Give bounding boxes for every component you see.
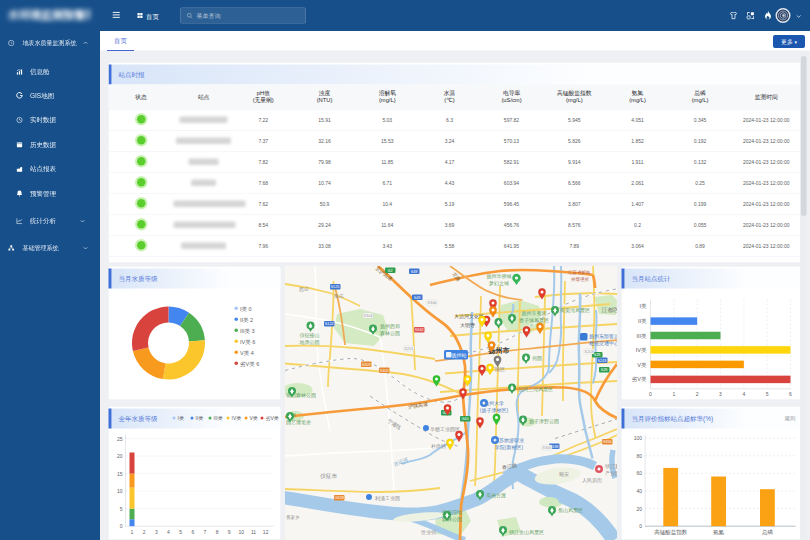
svg-text:5: 5	[766, 391, 769, 397]
svg-text:10: 10	[117, 488, 123, 494]
svg-text:7: 7	[204, 529, 207, 535]
svg-text:何园: 何园	[532, 355, 542, 362]
svg-text:运河三湾风景区: 运河三湾风景区	[518, 386, 553, 393]
svg-text:州管理所: 州管理所	[571, 276, 590, 282]
svg-text:S28: S28	[601, 368, 608, 372]
svg-text:100: 100	[634, 435, 643, 441]
svg-text:扬子津野公园: 扬子津野公园	[529, 418, 559, 425]
svg-text:11: 11	[251, 529, 256, 535]
svg-text:世业镇: 世业镇	[420, 529, 436, 535]
svg-text:III类: III类	[636, 333, 647, 339]
svg-text:扬州站: 扬州站	[452, 352, 467, 359]
svg-text:S342: S342	[415, 328, 424, 332]
svg-text:1: 1	[131, 529, 134, 535]
svg-text:0: 0	[649, 391, 652, 397]
svg-text:S303: S303	[362, 363, 371, 367]
svg-text:G40: G40	[461, 417, 468, 421]
svg-text:朴席镇: 朴席镇	[430, 443, 446, 449]
svg-text:5: 5	[120, 506, 123, 512]
svg-text:8: 8	[216, 529, 219, 535]
svg-text:胥家乡: 胥家乡	[286, 514, 300, 520]
svg-text:枢纽交通中心: 枢纽交通中心	[589, 340, 617, 346]
svg-text:高锰酸盐指数: 高锰酸盐指数	[654, 529, 688, 536]
svg-text:仪征捺山: 仪征捺山	[300, 332, 320, 339]
svg-text:产业园区: 产业园区	[605, 470, 617, 477]
svg-text:扬州东部客运: 扬州东部客运	[589, 333, 617, 340]
svg-text:10: 10	[239, 529, 245, 535]
svg-text:茱萸湾风景区: 茱萸湾风景区	[560, 307, 590, 314]
svg-text:X201: X201	[405, 347, 414, 351]
svg-text:20: 20	[636, 506, 642, 512]
svg-text:S49: S49	[414, 296, 421, 300]
svg-text:X305: X305	[543, 446, 552, 450]
svg-text:9: 9	[228, 529, 231, 535]
svg-text:6: 6	[191, 529, 194, 535]
svg-text:江苏省邮电: 江苏省邮电	[568, 270, 591, 275]
svg-text:江苏旅游职业: 江苏旅游职业	[494, 437, 524, 444]
svg-text:梦幻之城: 梦幻之城	[489, 280, 509, 287]
svg-text:0: 0	[120, 523, 123, 529]
svg-text:S303: S303	[380, 369, 389, 373]
svg-text:大明寺: 大明寺	[460, 322, 475, 328]
svg-text:G356: G356	[602, 440, 611, 444]
svg-text:II类: II类	[638, 318, 647, 324]
svg-text:80: 80	[636, 453, 642, 459]
svg-text:华糖工业园区: 华糖工业园区	[430, 426, 460, 433]
svg-text:60: 60	[636, 470, 642, 476]
svg-text:顺安: 顺安	[559, 471, 569, 477]
svg-text:总磷: 总磷	[761, 529, 774, 535]
svg-text:森林公园: 森林公园	[380, 330, 400, 337]
svg-text:S243: S243	[598, 359, 607, 363]
svg-text:扬州西郊: 扬州西郊	[380, 323, 400, 330]
svg-text:15: 15	[117, 471, 123, 477]
svg-text:瓜洲古渡: 瓜洲古渡	[486, 492, 506, 499]
svg-text:镇江金山风景区: 镇江金山风景区	[509, 529, 544, 536]
svg-text:20: 20	[117, 453, 123, 459]
svg-text:扬州市蜀冈: 扬州市蜀冈	[522, 310, 547, 317]
svg-text:4: 4	[742, 391, 745, 397]
svg-text:V类: V类	[637, 362, 647, 368]
svg-text:扬州大学: 扬州大学	[484, 400, 504, 407]
svg-text:S125: S125	[331, 285, 340, 289]
svg-text:朱庄: 朱庄	[334, 293, 344, 299]
svg-text:G328: G328	[335, 496, 344, 500]
svg-text:3: 3	[155, 529, 158, 535]
svg-text:X203: X203	[585, 350, 594, 354]
svg-text:唐子城风景区: 唐子城风景区	[519, 317, 549, 324]
svg-text:利涌工业园: 利涌工业园	[375, 495, 400, 502]
svg-text:S49: S49	[411, 270, 418, 274]
svg-text:氨氮: 氨氮	[713, 529, 725, 535]
svg-text:仪征市: 仪征市	[320, 473, 338, 479]
svg-text:镇江新区: 镇江新区	[605, 463, 617, 470]
svg-text:I类: I类	[639, 303, 647, 309]
svg-text:S28: S28	[594, 353, 601, 357]
svg-text:S122: S122	[325, 322, 334, 326]
svg-text:1: 1	[672, 391, 675, 397]
svg-text:12: 12	[263, 529, 269, 535]
svg-text:2: 2	[143, 529, 146, 535]
svg-text:3: 3	[719, 391, 722, 397]
svg-text:焦山风景区: 焦山风景区	[558, 507, 583, 513]
svg-text:学院(新校区): 学院(新校区)	[495, 444, 524, 451]
svg-text:6: 6	[789, 391, 792, 397]
svg-text:IV类: IV类	[636, 347, 647, 353]
svg-text:人民后街: 人民后街	[582, 477, 602, 484]
svg-text:扬州华侨城: 扬州华侨城	[487, 273, 512, 280]
svg-text:(扬子津校区): (扬子津校区)	[480, 407, 509, 414]
svg-text:江都区: 江都区	[602, 306, 618, 314]
svg-text:0: 0	[639, 523, 642, 529]
svg-text:25: 25	[117, 436, 123, 442]
svg-text:4: 4	[167, 529, 170, 535]
svg-text:地质公园: 地质公园	[299, 339, 320, 346]
svg-text:2: 2	[696, 391, 699, 397]
svg-text:40: 40	[636, 488, 642, 494]
svg-text:5: 5	[179, 529, 182, 535]
svg-text:X304: X304	[364, 314, 373, 318]
svg-text:劣V类: 劣V类	[632, 376, 647, 383]
svg-text:X306: X306	[428, 301, 437, 305]
svg-text:西庄: 西庄	[299, 286, 309, 293]
